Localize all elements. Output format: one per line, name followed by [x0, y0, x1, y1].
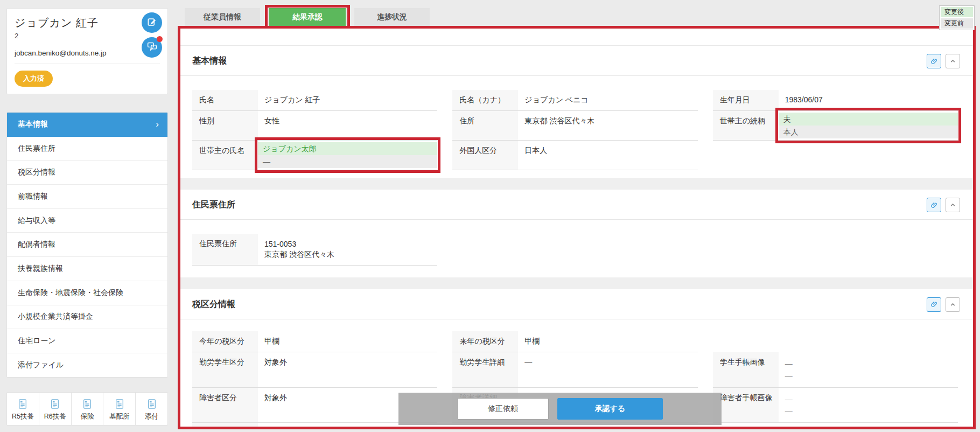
sidebar-item-tax-class[interactable]: 税区分情報 [7, 161, 167, 185]
collapse-button[interactable] [946, 297, 960, 312]
shortcut-label: 保険 [80, 412, 94, 421]
tab-progress[interactable]: 進捗状況 [354, 8, 430, 26]
paperclip-icon [930, 201, 938, 209]
section-resident-address: 住民票住所 住民票住 [180, 190, 973, 277]
legend-before: 変更前 [941, 18, 973, 29]
value-after: ジョブカン太郎 [258, 142, 437, 155]
field-householder-name: 世帯主の氏名 ジョブカン太郎 — [192, 141, 437, 170]
sidebar-item-housing-loan[interactable]: 住宅ローン [7, 329, 167, 353]
sidebar-item-previous-job[interactable]: 前職情報 [7, 185, 167, 209]
field-value: — [518, 352, 697, 387]
sidebar-item-salary-income[interactable]: 給与収入等 [7, 209, 167, 233]
request-fix-button[interactable]: 修正依頼 [457, 398, 549, 420]
status-badge: 入力済 [15, 71, 53, 87]
edit-note-button[interactable] [142, 12, 162, 33]
shortcut-r6-dependents[interactable]: R6扶養 [39, 393, 72, 425]
shortcut-label: R5扶養 [12, 412, 34, 421]
sidebar-item-dependents[interactable]: 扶養親族情報 [7, 257, 167, 281]
employee-email: jobcan.beniko@donuts.ne.jp [15, 49, 160, 57]
document-icon [50, 399, 60, 411]
legend-after: 変更後 [941, 7, 973, 17]
document-icon [82, 399, 92, 411]
document-icon [115, 399, 124, 411]
page: ジョブカン 紅子 2 jobcan.beniko@donuts.ne.jp 入力… [0, 0, 980, 432]
attachment-button[interactable] [927, 198, 941, 212]
field-value: ジョブカン 紅子 [258, 90, 437, 110]
field-value: 甲欄 [518, 331, 697, 352]
address-text: 東京都 渋谷区代々木 [264, 249, 433, 260]
field-label: 性別 [192, 111, 258, 140]
sidebar-item-label: 扶養親族情報 [18, 264, 63, 274]
field-value: 対象外 [258, 352, 437, 387]
field-name: 氏名 ジョブカン 紅子 [192, 90, 437, 111]
sidebar-item-mutual-aid[interactable]: 小規模企業共済等掛金 [7, 305, 167, 330]
field-label: ひとり親・寡婦区分 [192, 423, 258, 429]
shortcut-r5-dependents[interactable]: R5扶養 [7, 393, 39, 425]
field-householder-relation: 世帯主の続柄 夫 本人 [713, 111, 958, 141]
postal-code: 151-0053 [264, 239, 433, 249]
field-value: 日本人 [518, 141, 697, 170]
field-label: 今年の税区分 [192, 331, 258, 352]
shortcut-attachment[interactable]: 添付 [136, 393, 167, 425]
attachment-button[interactable] [927, 54, 941, 68]
notification-dot [157, 36, 163, 42]
sidebar-item-label: 生命保険・地震保険・社会保険 [18, 288, 123, 298]
section-basic-info: 基本情報 [180, 46, 973, 178]
field-value: ジョブカン ベニコ [518, 90, 697, 110]
sidebar-item-attachments[interactable]: 添付ファイル [7, 353, 167, 378]
sidebar-item-spouse-info[interactable]: 配偶者情報 [7, 233, 167, 257]
change-annotation-box: ジョブカン太郎 — [258, 141, 437, 170]
field-value: 東京都 渋谷区代々木 [518, 111, 697, 140]
sidebar-item-label: 税区分情報 [18, 168, 55, 177]
empty-cell [713, 234, 958, 266]
tab-employee-info[interactable]: 従業員情報 [185, 8, 260, 26]
field-label: 勤労学生区分 [192, 352, 258, 387]
collapse-button[interactable] [946, 54, 960, 68]
field-label: 世帯主の氏名 [192, 141, 258, 170]
sidebar-item-label: 配偶者情報 [18, 240, 55, 249]
sidebar-item-label: 住宅ローン [18, 336, 56, 346]
document-icon [18, 399, 27, 411]
empty-cell [713, 141, 958, 170]
shortcut-insurance[interactable]: 保険 [72, 393, 104, 425]
sidebar-item-resident-address[interactable]: 住民票住所 [7, 137, 167, 161]
field-foreign-class: 外国人区分 日本人 [452, 141, 697, 170]
value-after: 夫 [779, 113, 958, 126]
section-title: 税区分情報 [192, 299, 235, 310]
approval-content-annotation-box: 基本情報 [178, 26, 976, 429]
field-birth-date: 生年月日 1983/06/07 [713, 90, 958, 111]
document-shortcuts: R5扶養 R6扶養 保険 [6, 392, 168, 426]
shortcut-label: R6扶養 [44, 412, 66, 421]
field-label: 生年月日 [713, 90, 779, 110]
edit-note-icon [146, 17, 157, 29]
sidebar-item-label: 給与収入等 [18, 216, 55, 226]
field-label: 住民票住所 [192, 234, 258, 265]
field-disability-card-image: 障害者手帳画像 — — [713, 388, 958, 423]
value-after: — [785, 358, 954, 370]
empty-cell [713, 423, 958, 429]
shortcut-kihaisho[interactable]: 基配所 [103, 393, 136, 425]
field-gender: 性別 女性 [192, 111, 437, 141]
tab-result-approval[interactable]: 結果承認 [269, 8, 346, 26]
sidebar-item-insurance[interactable]: 生命保険・地震保険・社会保険 [7, 281, 167, 305]
value-before: 本人 [779, 126, 958, 138]
employee-name: ジョブカン 紅子 [15, 16, 160, 30]
field-resident-address: 住民票住所 151-0053 東京都 渋谷区代々木 [192, 234, 437, 266]
chat-button[interactable] [142, 37, 162, 58]
divider [15, 64, 160, 64]
sidebar-item-basic-info[interactable]: 基本情報 › [7, 113, 167, 137]
shortcut-label: 基配所 [109, 412, 130, 421]
approve-button[interactable]: 承認する [557, 398, 663, 420]
field-label: 来年の税区分 [452, 331, 518, 352]
paperclip-icon [930, 301, 938, 308]
field-value: 女性 [258, 111, 437, 140]
chevron-up-icon [949, 301, 956, 308]
sidebar-menu: 基本情報 › 住民票住所 税区分情報 前職情報 給与収入等 配偶者情報 扶養親族… [6, 112, 168, 378]
chevron-up-icon [949, 58, 956, 65]
sidebar-item-label: 前職情報 [18, 192, 48, 201]
collapse-button[interactable] [946, 198, 960, 212]
chevron-up-icon [949, 201, 956, 208]
attachment-button[interactable] [927, 297, 941, 312]
value-before: — [785, 370, 954, 381]
content-top-strip [180, 29, 973, 46]
